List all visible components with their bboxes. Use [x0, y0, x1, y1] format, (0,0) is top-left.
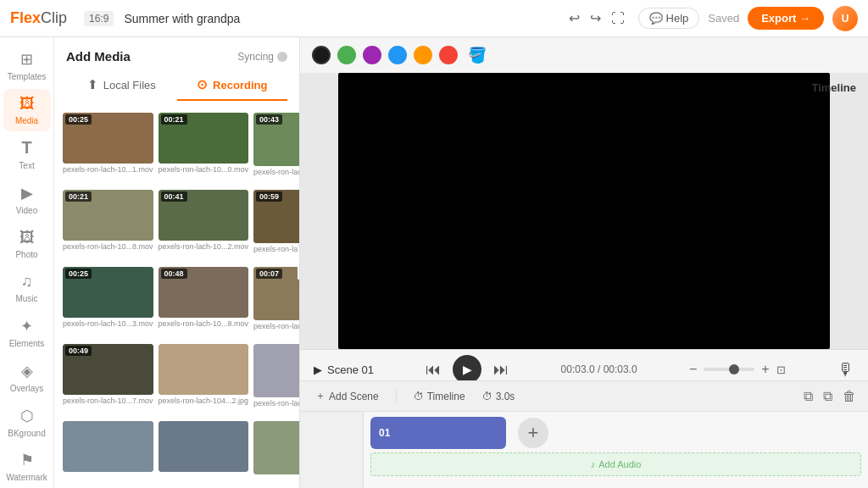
sidebar-label-elements: Elements: [9, 339, 45, 348]
media-item-5[interactable]: 00:59pexels-ron-lach-10...3.mov: [253, 190, 299, 262]
media-item-10[interactable]: pexels-ron-lach-104...2.jpg: [159, 344, 249, 416]
templates-icon: ⊞: [20, 50, 33, 69]
music-note-icon: ♪: [591, 459, 596, 469]
video-canvas: [338, 73, 830, 349]
skip-back-button[interactable]: ⏮: [426, 361, 441, 379]
overlays-icon: ◈: [21, 362, 33, 380]
recording-icon: ⊙: [197, 77, 208, 92]
zoom-in-button[interactable]: +: [761, 362, 769, 377]
tab-local-files[interactable]: ⬆ Local Files: [66, 70, 177, 101]
saved-status: Saved: [708, 12, 739, 25]
video-track-block[interactable]: 01: [370, 417, 506, 449]
thumb-name-7: pexels-ron-lach-10...8.mov: [159, 319, 249, 328]
media-item-7[interactable]: 00:48pexels-ron-lach-10...8.mov: [159, 267, 249, 339]
media-item-2[interactable]: 00:43pexels-ron-lach-10...8.mov: [253, 113, 299, 185]
sidebar-label-music: Music: [15, 294, 37, 303]
sidebar: ⊞ Templates 🖼 Media T Text ▶ Video 🖼 Pho…: [0, 37, 54, 488]
avatar[interactable]: U: [832, 6, 858, 31]
media-panel: Add Media Syncing ⬆ Local Files ⊙ Record…: [54, 37, 300, 488]
media-grid: 00:25pexels-ron-lach-10...1.mov00:21pexe…: [54, 108, 299, 488]
thumb-duration-1: 00:21: [161, 114, 187, 125]
sidebar-label-watermark: Watermark: [6, 473, 47, 482]
color-circle-1[interactable]: [337, 46, 356, 64]
sidebar-item-text[interactable]: T Text: [3, 133, 51, 176]
media-item-6[interactable]: 00:25pexels-ron-lach-10...3.mov: [63, 267, 153, 339]
thumb-name-5: pexels-ron-lach-10...3.mov: [253, 245, 299, 253]
help-button[interactable]: 💬 Help: [638, 8, 700, 29]
main-area: ⊞ Templates 🖼 Media T Text ▶ Video 🖼 Pho…: [0, 37, 868, 488]
undo-button[interactable]: ↩: [565, 7, 583, 30]
media-item-9[interactable]: 00:49pexels-ron-lach-10...7.mov: [63, 344, 153, 416]
play-triangle-icon: ▶: [314, 363, 322, 376]
sidebar-item-elements[interactable]: ✦ Elements: [3, 312, 51, 355]
add-audio-label: Add Audio: [598, 459, 641, 469]
media-item-12[interactable]: [63, 421, 153, 483]
bkground-icon: ⬡: [20, 407, 34, 425]
text-icon: T: [21, 138, 31, 158]
fit-button[interactable]: ⊡: [776, 363, 786, 376]
thumb-name-4: pexels-ron-lach-10...2.mov: [159, 242, 249, 251]
sidebar-item-watermark[interactable]: ⚑ Watermark: [3, 445, 51, 488]
video-icon: ▶: [21, 184, 33, 202]
zoom-slider[interactable]: [704, 368, 754, 371]
media-panel-title: Add Media: [66, 49, 131, 64]
redo-button[interactable]: ↪: [587, 7, 604, 30]
photo-icon: 🖼: [19, 229, 35, 247]
preview-wrapper: 🪣 Timeline ▶ Scene 01 ⏮ ▶ ⏭ 00:03.0 / 00…: [300, 37, 868, 488]
help-label: Help: [666, 12, 689, 25]
logo: FlexClip: [10, 9, 67, 27]
thumb-duration-8: 00:07: [256, 269, 282, 279]
color-circle-2[interactable]: [363, 46, 381, 64]
media-item-1[interactable]: 00:21pexels-ron-lach-10...0.mov: [159, 113, 249, 185]
export-button[interactable]: Export →: [748, 7, 824, 30]
syncing-status: Syncing: [237, 51, 287, 63]
play-pause-button[interactable]: ▶: [453, 355, 481, 380]
timeline-area: ＋ Add Scene ⏱ Timeline ⏱ 3.0s ⧉ ⧉ 🗑: [300, 380, 868, 488]
thumb-duration-0: 00:25: [65, 114, 92, 125]
duration-value: 3.0s: [496, 391, 515, 402]
add-scene-icon: ＋: [315, 389, 326, 403]
add-audio-button[interactable]: ♪ Add Audio: [370, 452, 861, 476]
skip-forward-button[interactable]: ⏭: [493, 361, 509, 379]
media-item-8[interactable]: 00:07pexels-ron-lach-104...4.mov: [253, 267, 299, 339]
sidebar-item-overlays[interactable]: ◈ Overlays: [3, 356, 51, 399]
thumb-name-10: pexels-ron-lach-104...2.jpg: [159, 396, 249, 405]
sidebar-label-photo: Photo: [15, 250, 37, 259]
sidebar-item-music[interactable]: ♫ Music: [3, 267, 51, 310]
zoom-controls: − + ⊡: [689, 362, 786, 377]
tab-recording[interactable]: ⊙ Recording: [177, 70, 288, 101]
sidebar-item-bkground[interactable]: ⬡ BKground: [3, 401, 51, 444]
add-clip-button[interactable]: +: [518, 418, 548, 448]
color-circle-3[interactable]: [388, 46, 407, 64]
timeline-button[interactable]: ⏱ Timeline: [409, 388, 470, 405]
copy-button[interactable]: ⧉: [821, 387, 834, 406]
fullscreen-button[interactable]: ⛶: [608, 7, 628, 30]
thumb-duration-3: 00:21: [65, 191, 92, 202]
thumb-name-8: pexels-ron-lach-104...4.mov: [253, 322, 299, 330]
thumb-name-3: pexels-ron-lach-10...8.mov: [63, 242, 153, 251]
scene-label: Scene 01: [327, 363, 374, 376]
thumb-duration-6: 00:25: [65, 269, 92, 279]
zoom-out-button[interactable]: −: [689, 362, 697, 377]
media-item-14[interactable]: [253, 421, 299, 483]
color-circle-5[interactable]: [439, 46, 458, 64]
microphone-button[interactable]: 🎙: [837, 360, 854, 380]
toolbar-separator: [396, 390, 397, 403]
split-button[interactable]: ⧉: [802, 387, 815, 406]
sidebar-item-media[interactable]: 🖼 Media: [3, 89, 51, 132]
play-controls: ⏮ ▶ ⏭: [426, 355, 509, 380]
media-item-3[interactable]: 00:21pexels-ron-lach-10...8.mov: [63, 190, 153, 262]
media-item-4[interactable]: 00:41pexels-ron-lach-10...2.mov: [159, 190, 249, 262]
delete-button[interactable]: 🗑: [841, 387, 858, 406]
sidebar-item-templates[interactable]: ⊞ Templates: [3, 44, 51, 87]
add-scene-button[interactable]: ＋ Add Scene: [310, 386, 384, 406]
color-circle-0[interactable]: [312, 46, 331, 64]
media-panel-header: Add Media Syncing: [54, 37, 299, 70]
media-item-13[interactable]: [159, 421, 249, 483]
sidebar-item-video[interactable]: ▶ Video: [3, 178, 51, 221]
media-item-0[interactable]: 00:25pexels-ron-lach-10...1.mov: [63, 113, 153, 185]
media-item-11[interactable]: pexels-ron-lach-104...1.jpg: [253, 344, 299, 416]
color-circle-4[interactable]: [414, 46, 432, 64]
sidebar-item-photo[interactable]: 🖼 Photo: [3, 222, 51, 265]
color-fill-icon[interactable]: 🪣: [468, 46, 487, 64]
